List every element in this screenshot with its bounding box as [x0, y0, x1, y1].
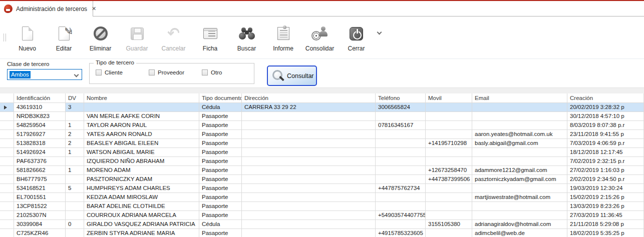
- toolbar-button-nuevo[interactable]: Nuevo: [9, 18, 46, 58]
- cell-tipo-documento[interactable]: Pasaporte: [199, 229, 242, 237]
- cell-tipo-documento[interactable]: Pasaporte: [199, 121, 242, 130]
- cell-direccion[interactable]: [242, 193, 376, 202]
- row-selector-cell[interactable]: [0, 229, 14, 237]
- row-selector-cell[interactable]: [0, 139, 14, 148]
- cell-identificacion[interactable]: NRDB3K823: [14, 112, 66, 121]
- cell-dv[interactable]: [66, 157, 84, 166]
- cell-telefono[interactable]: [376, 202, 426, 211]
- column-header-identificacion[interactable]: Identificación: [14, 94, 66, 103]
- column-header-selector[interactable]: [0, 94, 14, 103]
- toolbar-drag-handle[interactable]: [4, 34, 6, 42]
- row-selector-cell[interactable]: [0, 103, 14, 112]
- cell-identificacion[interactable]: 581826662: [14, 166, 66, 175]
- cell-tipo-documento[interactable]: Pasaporte: [199, 112, 242, 121]
- cell-direccion[interactable]: [242, 148, 376, 157]
- column-header-movil[interactable]: Movil: [426, 94, 472, 103]
- cell-movil[interactable]: [426, 130, 472, 139]
- cell-nombre[interactable]: [84, 103, 199, 112]
- cell-identificacion[interactable]: EL7001551: [14, 193, 66, 202]
- cell-email[interactable]: [472, 202, 567, 211]
- cell-telefono[interactable]: [376, 130, 426, 139]
- row-selector-cell[interactable]: [0, 166, 14, 175]
- cell-movil[interactable]: [426, 103, 472, 112]
- cell-movil[interactable]: [426, 229, 472, 237]
- cell-identificacion[interactable]: PAF637376: [14, 157, 66, 166]
- cell-telefono[interactable]: [376, 112, 426, 121]
- cell-direccion[interactable]: [242, 121, 376, 130]
- cell-dv[interactable]: 1: [66, 166, 84, 175]
- cell-telefono[interactable]: [376, 175, 426, 184]
- cell-direccion[interactable]: [242, 157, 376, 166]
- table-row[interactable]: NRDB3K823VAN MERLE AAFKE CORINPasaporte3…: [0, 112, 644, 121]
- cell-identificacion[interactable]: 514926924: [14, 148, 66, 157]
- cell-dv[interactable]: 2: [66, 130, 84, 139]
- cell-telefono[interactable]: [376, 157, 426, 166]
- cell-dv[interactable]: [66, 211, 84, 220]
- cell-creacion[interactable]: 18/12/2018 12:17:45: [567, 148, 644, 157]
- cell-movil[interactable]: [426, 202, 472, 211]
- cell-telefono[interactable]: 3006565824: [376, 103, 426, 112]
- column-header-telefono[interactable]: Teléfono: [376, 94, 426, 103]
- table-row[interactable]: PAF637376IZQUIERDO NIÑO ABRAHAMPasaporte…: [0, 157, 644, 166]
- cell-nombre[interactable]: VAN MERLE AAFKE CORIN: [84, 112, 199, 121]
- cell-tipo-documento[interactable]: Pasaporte: [199, 148, 242, 157]
- checkbox-box[interactable]: [96, 70, 102, 76]
- column-header-creacion[interactable]: Creación: [567, 94, 644, 103]
- table-row[interactable]: 436193103CédulaCARRERA 33 29 22300656582…: [0, 103, 644, 112]
- cell-creacion[interactable]: 21/11/2018 5:29:08 p: [567, 220, 644, 229]
- cell-dv[interactable]: [66, 112, 84, 121]
- cell-telefono[interactable]: +4915785323605: [376, 229, 426, 237]
- cell-nombre[interactable]: YATES AARON RONALD: [84, 130, 199, 139]
- cell-creacion[interactable]: 8/03/2019 8:07:38 p.r: [567, 121, 644, 130]
- cell-tipo-documento[interactable]: Pasaporte: [199, 211, 242, 220]
- cell-direccion[interactable]: [242, 184, 376, 193]
- table-row[interactable]: 303990840GIRALDO VASQUEZ ADRIANA PATRICI…: [0, 220, 644, 229]
- cell-email[interactable]: [472, 184, 567, 193]
- table-row[interactable]: 21025307NCOURROUX ADRIANA MARCELAPasapor…: [0, 211, 644, 220]
- cell-email[interactable]: [472, 157, 567, 166]
- table-row[interactable]: 5341685215HUMPHREYS ADAM CHARLESPasaport…: [0, 184, 644, 193]
- cell-email[interactable]: [472, 211, 567, 220]
- table-row[interactable]: 5482595041TAYLOR AARON PAULPasaporte0781…: [0, 121, 644, 130]
- row-selector-cell[interactable]: [0, 121, 14, 130]
- tab-administracion-de-terceros[interactable]: Administración de terceros ✕: [0, 1, 93, 16]
- row-selector-cell[interactable]: [0, 202, 14, 211]
- cell-creacion[interactable]: 27/03/2019 11:36:45: [567, 211, 644, 220]
- cell-nombre[interactable]: IZQUIERDO NIÑO ABRAHAM: [84, 157, 199, 166]
- cell-tipo-documento[interactable]: Pasaporte: [199, 193, 242, 202]
- cell-creacion[interactable]: 2/02/2019 2:34:50 p.r: [567, 175, 644, 184]
- table-row[interactable]: 5818266621MORENO ADAMPasaporte+126732584…: [0, 166, 644, 175]
- cell-creacion[interactable]: 15/02/2019 2:15:26 p: [567, 193, 644, 202]
- row-selector-cell[interactable]: [0, 184, 14, 193]
- cell-nombre[interactable]: WATSON ABIGAIL MARIE: [84, 148, 199, 157]
- cell-movil[interactable]: [426, 193, 472, 202]
- row-selector-cell[interactable]: [0, 112, 14, 121]
- cell-telefono[interactable]: [376, 193, 426, 202]
- table-row[interactable]: 5149269241WATSON ABIGAIL MARIEPasaporte1…: [0, 148, 644, 157]
- cell-direccion[interactable]: [242, 202, 376, 211]
- cell-telefono[interactable]: [376, 220, 426, 229]
- cell-email[interactable]: adimcbelil@web.de: [472, 229, 567, 237]
- cell-identificacion[interactable]: BH6777975: [14, 175, 66, 184]
- cell-identificacion[interactable]: 30399084: [14, 220, 66, 229]
- table-row[interactable]: 5179269272YATES AARON RONALDPasaporteaar…: [0, 130, 644, 139]
- cell-creacion[interactable]: 30/12/2018 4:57:10 p: [567, 112, 644, 121]
- cell-direccion[interactable]: [242, 229, 376, 237]
- cell-identificacion[interactable]: 13CP81522: [14, 202, 66, 211]
- cell-movil[interactable]: 3155105380: [426, 220, 472, 229]
- row-selector-cell[interactable]: [0, 193, 14, 202]
- cell-telefono[interactable]: +54903574407755: [376, 211, 426, 220]
- row-selector-cell[interactable]: [0, 211, 14, 220]
- cell-email[interactable]: adammore1212@gmail.com: [472, 166, 567, 175]
- table-row[interactable]: 5138283182BEASLEY ABIGAIL EILEENPasaport…: [0, 139, 644, 148]
- cell-email[interactable]: basly.abigail@gmail.com: [472, 139, 567, 148]
- toolbar-button-ficha[interactable]: Ficha: [192, 18, 228, 58]
- checkbox-box[interactable]: [149, 70, 155, 76]
- cell-nombre[interactable]: ZERBIN STYRA ADRIANE MARIA: [84, 229, 199, 237]
- cell-creacion[interactable]: 19/03/2019 12:30:24: [567, 184, 644, 193]
- cell-dv[interactable]: 3: [66, 103, 84, 112]
- cell-movil[interactable]: +14195710298: [426, 139, 472, 148]
- toolbar-button-eliminar[interactable]: Eliminar: [82, 18, 119, 58]
- table-row[interactable]: 13CP81522BARAT ADELINE CLOTHILDEPasaport…: [0, 202, 644, 211]
- cell-movil[interactable]: [426, 112, 472, 121]
